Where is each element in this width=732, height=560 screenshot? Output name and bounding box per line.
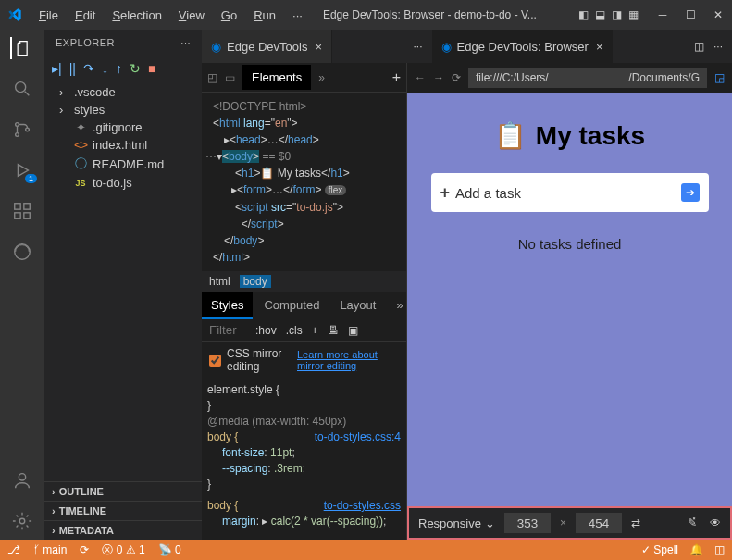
- visibility-icon[interactable]: 👁: [710, 516, 721, 529]
- tree-file-gitignore[interactable]: ✦.gitignore: [44, 118, 202, 136]
- reload-icon[interactable]: ⟳: [452, 71, 461, 84]
- close-icon[interactable]: ×: [315, 40, 322, 54]
- styles-filter-input[interactable]: [209, 323, 246, 337]
- explorer-more-icon[interactable]: ···: [180, 37, 191, 48]
- debug-restart-icon[interactable]: ↻: [130, 61, 141, 76]
- dom-tree[interactable]: <!DOCTYPE html> <html lang="en"> ▸<head>…: [202, 93, 406, 271]
- section-timeline[interactable]: ›TIMELINE: [44, 501, 202, 520]
- svg-rect-4: [15, 204, 20, 209]
- rotate-icon[interactable]: ⇄: [631, 516, 640, 529]
- styles-filter-row: :hov .cls + 🖶 ▣: [202, 319, 406, 342]
- layout-left-icon[interactable]: ◧: [577, 8, 589, 21]
- layout-tab[interactable]: Layout: [330, 292, 385, 319]
- extensions-icon[interactable]: [11, 200, 33, 222]
- status-bar: ⎇ ᚶ main ⟳ ⓧ 0 ⚠ 1 📡 0 ✓ Spell 🔔 ◫: [0, 540, 732, 560]
- more-tabs-icon[interactable]: »: [318, 71, 325, 84]
- menu-edit[interactable]: Edit: [68, 5, 103, 26]
- menu-file[interactable]: File: [31, 5, 66, 26]
- tree-file-readme[interactable]: ⓘREADME.md: [44, 154, 202, 174]
- devtools-panel: ◰ ▭ Elements » + <!DOCTYPE html> <html l…: [202, 63, 407, 540]
- mirror-link[interactable]: Learn more about mirror editing: [297, 349, 399, 371]
- layout-grid-icon[interactable]: ▦: [627, 8, 639, 21]
- plus-icon: +: [440, 183, 451, 203]
- print-icon[interactable]: 🖶: [328, 324, 339, 337]
- minimize-button[interactable]: ─: [656, 8, 669, 21]
- editor-area: ◉ Edge DevTools × ··· ◉ Edge DevTools: B…: [202, 30, 732, 540]
- debug-toolbar: ▸| || ↷ ↓ ↑ ↻ ■: [44, 56, 202, 81]
- elements-tab[interactable]: Elements: [242, 65, 311, 90]
- width-input[interactable]: [504, 513, 551, 533]
- account-icon[interactable]: [11, 469, 33, 492]
- close-icon[interactable]: ×: [596, 40, 603, 54]
- page-viewport: 📋 My tasks + Add a task ➔ No tasks defin…: [407, 93, 732, 506]
- dom-breadcrumb[interactable]: html body: [202, 271, 406, 292]
- section-outline[interactable]: ›OUTLINE: [44, 481, 202, 501]
- status-more-icon[interactable]: ◫: [714, 543, 725, 556]
- close-button[interactable]: ✕: [712, 8, 725, 21]
- menu-overflow[interactable]: ···: [285, 5, 310, 26]
- forward-icon[interactable]: →: [433, 71, 444, 84]
- sync-icon[interactable]: ⟳: [80, 543, 89, 556]
- svg-rect-7: [24, 204, 30, 209]
- layout-bottom-icon[interactable]: ⬓: [593, 8, 606, 21]
- device-icon[interactable]: ▭: [225, 71, 235, 84]
- tab-devtools[interactable]: ◉ Edge DevTools ×: [202, 30, 332, 63]
- url-bar[interactable]: file:///C:/Users/ /Documents/G: [468, 68, 707, 88]
- box-model-icon[interactable]: ▣: [348, 324, 358, 337]
- css-rules[interactable]: element.style { } @media (max-width: 450…: [202, 379, 406, 540]
- cls-toggle[interactable]: .cls: [286, 324, 303, 337]
- maximize-button[interactable]: ☐: [684, 8, 697, 21]
- explorer-icon[interactable]: [10, 37, 32, 59]
- tree-file-index[interactable]: <>index.html: [44, 136, 202, 154]
- debug-stop-icon[interactable]: ■: [148, 61, 155, 76]
- tab-more-icon[interactable]: ···: [414, 40, 423, 53]
- styles-tab[interactable]: Styles: [202, 292, 253, 319]
- tab-browser[interactable]: ◉ Edge DevTools: Browser ×: [432, 30, 614, 63]
- source-control-icon[interactable]: [11, 118, 33, 141]
- hov-toggle[interactable]: :hov: [255, 324, 277, 337]
- spell-indicator[interactable]: ✓ Spell: [641, 543, 678, 556]
- submit-task-icon[interactable]: ➔: [681, 183, 700, 202]
- settings-gear-icon[interactable]: [11, 510, 33, 532]
- edge-tools-icon[interactable]: [11, 241, 33, 263]
- branch-indicator[interactable]: ᚶ main: [33, 543, 67, 556]
- file-tree: ›.vscode ›styles ✦.gitignore <>index.htm…: [44, 81, 202, 481]
- mirror-checkbox[interactable]: [209, 355, 221, 367]
- more-styles-icon[interactable]: »: [387, 292, 407, 319]
- problems-indicator[interactable]: ⓧ 0 ⚠ 1: [102, 542, 144, 558]
- ports-indicator[interactable]: 📡 0: [158, 543, 181, 556]
- inspect-icon[interactable]: ◰: [207, 71, 217, 84]
- remote-icon[interactable]: ⎇: [7, 543, 20, 556]
- menu-run[interactable]: Run: [246, 5, 283, 26]
- run-debug-icon[interactable]: 1: [11, 159, 33, 181]
- layout-right-icon[interactable]: ◨: [610, 8, 623, 21]
- responsive-dropdown[interactable]: Responsive⌄: [418, 516, 495, 530]
- clipboard-icon: 📋: [494, 120, 527, 151]
- tree-folder-vscode[interactable]: ›.vscode: [44, 83, 202, 101]
- tree-folder-styles[interactable]: ›styles: [44, 101, 202, 118]
- debug-continue-icon[interactable]: ▸|: [52, 61, 62, 76]
- debug-pause-icon[interactable]: ||: [69, 61, 76, 76]
- tree-file-todo[interactable]: JSto-do.js: [44, 174, 202, 192]
- debug-step-into-icon[interactable]: ↓: [102, 61, 108, 76]
- debug-step-out-icon[interactable]: ↑: [116, 61, 122, 76]
- back-icon[interactable]: ←: [415, 71, 426, 84]
- add-tab-icon[interactable]: +: [392, 69, 401, 86]
- tab-more-icon[interactable]: ···: [713, 40, 723, 53]
- new-rule-icon[interactable]: +: [312, 324, 318, 337]
- notifications-icon[interactable]: 🔔: [689, 543, 703, 556]
- menu-selection[interactable]: Selection: [105, 5, 168, 26]
- debug-step-over-icon[interactable]: ↷: [83, 61, 94, 76]
- computed-tab[interactable]: Computed: [254, 292, 329, 319]
- menu-view[interactable]: View: [171, 5, 212, 26]
- search-icon[interactable]: [11, 78, 33, 100]
- add-task-input[interactable]: + Add a task ➔: [431, 173, 709, 212]
- edge-icon: ◉: [441, 40, 452, 54]
- open-devtools-icon[interactable]: ◲: [714, 71, 725, 84]
- height-input[interactable]: [576, 513, 622, 533]
- menu-go[interactable]: Go: [214, 5, 244, 26]
- magic-icon[interactable]: ✎̽: [688, 516, 697, 529]
- explorer-sidebar: EXPLORER ··· ▸| || ↷ ↓ ↑ ↻ ■ ›.vscode ›s…: [44, 30, 202, 540]
- section-metadata[interactable]: ›METADATA: [44, 520, 202, 540]
- split-editor-icon[interactable]: ◫: [694, 40, 704, 53]
